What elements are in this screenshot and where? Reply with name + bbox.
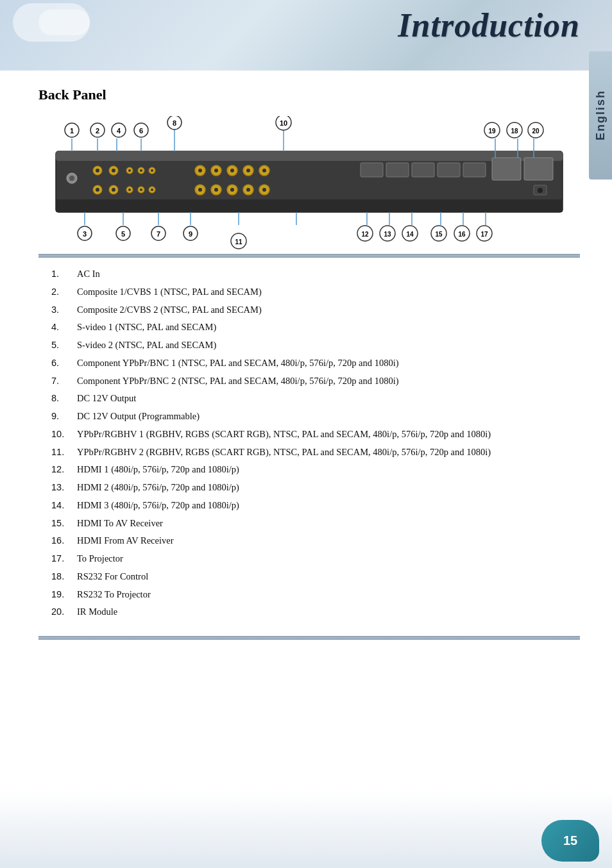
back-panel-diagram: 1 2 4 6 8 10 19 18 bbox=[46, 116, 572, 251]
divider-top bbox=[38, 254, 580, 258]
list-item-text: RS232 For Control bbox=[77, 570, 567, 584]
svg-point-6 bbox=[96, 169, 99, 172]
content-inner: Back Panel bbox=[0, 71, 612, 656]
svg-text:3: 3 bbox=[83, 230, 87, 238]
list-item-number: 18. bbox=[51, 570, 77, 584]
svg-point-42 bbox=[246, 188, 250, 192]
list-item-number: 16. bbox=[51, 534, 77, 548]
list-item-text: RS232 To Projector bbox=[77, 588, 567, 602]
list-item: 20.IR Module bbox=[51, 605, 567, 619]
bottom-area: 15 bbox=[0, 791, 612, 868]
list-item-number: 10. bbox=[51, 428, 77, 442]
page-title: Introduction bbox=[398, 6, 580, 44]
list-item-number: 6. bbox=[51, 356, 77, 371]
svg-text:16: 16 bbox=[458, 231, 466, 238]
svg-point-12 bbox=[140, 169, 142, 172]
svg-text:4: 4 bbox=[117, 127, 121, 135]
svg-text:6: 6 bbox=[139, 127, 143, 135]
svg-point-8 bbox=[112, 169, 115, 172]
list-item: 15.HDMI To AV Receiver bbox=[51, 517, 567, 531]
list-item-text: YPbPr/RGBHV 1 (RGBHV, RGBS (SCART RGB), … bbox=[77, 428, 567, 442]
svg-text:1: 1 bbox=[70, 127, 74, 135]
svg-point-32 bbox=[246, 169, 250, 172]
list-item: 14.HDMI 3 (480i/p, 576i/p, 720p and 1080… bbox=[51, 499, 567, 513]
svg-point-30 bbox=[230, 169, 234, 172]
list-item: 6.Component YPbPr/BNC 1 (NTSC, PAL and S… bbox=[51, 356, 567, 371]
list-item-number: 4. bbox=[51, 321, 77, 335]
list-item-number: 11. bbox=[51, 446, 77, 460]
svg-text:13: 13 bbox=[384, 231, 391, 238]
svg-rect-48 bbox=[438, 163, 460, 177]
cloud-decoration-2 bbox=[38, 10, 90, 35]
list-item-text: Component YPbPr/BNC 2 (NTSC, PAL and SEC… bbox=[77, 374, 567, 388]
list-item-text: Component YPbPr/BNC 1 (NTSC, PAL and SEC… bbox=[77, 356, 567, 371]
svg-point-40 bbox=[230, 188, 234, 192]
list-item-text: HDMI 2 (480i/p, 576i/p, 720p and 1080i/p… bbox=[77, 481, 567, 495]
items-list: 1.AC In2.Composite 1/CVBS 1 (NTSC, PAL a… bbox=[38, 261, 580, 630]
list-item-text: HDMI 1 (480i/p, 576i/p, 720p and 1080i/p… bbox=[77, 463, 567, 477]
svg-rect-47 bbox=[412, 163, 434, 177]
list-item-text: AC In bbox=[77, 267, 567, 281]
svg-rect-45 bbox=[361, 163, 383, 177]
list-item-text: DC 12V Output bbox=[77, 392, 567, 406]
svg-point-44 bbox=[262, 188, 266, 192]
section-heading: Back Panel bbox=[38, 87, 580, 103]
language-label: English bbox=[594, 90, 608, 140]
list-item: 2.Composite 1/CVBS 1 (NTSC, PAL and SECA… bbox=[51, 285, 567, 299]
list-item-number: 20. bbox=[51, 605, 77, 619]
list-item-number: 19. bbox=[51, 588, 77, 602]
list-item-number: 3. bbox=[51, 303, 77, 317]
svg-text:19: 19 bbox=[488, 128, 496, 135]
list-item: 11.YPbPr/RGBHV 2 (RGBHV, RGBS (SCART RGB… bbox=[51, 446, 567, 460]
list-item-text: HDMI 3 (480i/p, 576i/p, 720p and 1080i/p… bbox=[77, 499, 567, 513]
list-item: 17.To Projector bbox=[51, 552, 567, 566]
svg-rect-50 bbox=[492, 158, 521, 180]
svg-point-38 bbox=[214, 188, 218, 192]
divider-bottom bbox=[38, 636, 580, 640]
svg-point-28 bbox=[214, 169, 218, 172]
list-item-number: 14. bbox=[51, 499, 77, 513]
svg-point-20 bbox=[128, 188, 131, 191]
svg-point-36 bbox=[198, 188, 202, 192]
list-item: 4.S-video 1 (NTSC, PAL and SECAM) bbox=[51, 321, 567, 335]
list-item: 3.Composite 2/CVBS 2 (NTSC, PAL and SECA… bbox=[51, 303, 567, 317]
list-item-text: S-video 1 (NTSC, PAL and SECAM) bbox=[77, 321, 567, 335]
svg-rect-2 bbox=[56, 199, 563, 212]
list-item-number: 8. bbox=[51, 392, 77, 406]
list-item-number: 17. bbox=[51, 552, 77, 566]
svg-text:11: 11 bbox=[235, 238, 242, 246]
svg-text:18: 18 bbox=[511, 128, 518, 135]
svg-rect-1 bbox=[56, 151, 563, 161]
page-number: 15 bbox=[563, 833, 577, 848]
list-item: 10.YPbPr/RGBHV 1 (RGBHV, RGBS (SCART RGB… bbox=[51, 428, 567, 442]
list-item: 5.S-video 2 (NTSC, PAL and SECAM) bbox=[51, 338, 567, 353]
list-item-number: 2. bbox=[51, 285, 77, 299]
svg-point-14 bbox=[151, 169, 153, 172]
svg-rect-51 bbox=[524, 158, 553, 180]
list-item-text: DC 12V Output (Programmable) bbox=[77, 410, 567, 424]
svg-point-18 bbox=[112, 188, 115, 192]
svg-text:20: 20 bbox=[532, 128, 540, 135]
svg-point-4 bbox=[69, 176, 74, 181]
main-content: Back Panel bbox=[0, 71, 612, 868]
svg-point-10 bbox=[128, 169, 131, 172]
list-item-number: 7. bbox=[51, 374, 77, 388]
list-item-text: IR Module bbox=[77, 605, 567, 619]
svg-rect-46 bbox=[386, 163, 409, 177]
svg-text:2: 2 bbox=[96, 127, 99, 135]
svg-text:9: 9 bbox=[189, 230, 192, 238]
svg-text:7: 7 bbox=[157, 230, 160, 238]
language-tab: English bbox=[589, 51, 612, 179]
list-item: 13.HDMI 2 (480i/p, 576i/p, 720p and 1080… bbox=[51, 481, 567, 495]
svg-point-22 bbox=[140, 188, 142, 191]
list-item: 12.HDMI 1 (480i/p, 576i/p, 720p and 1080… bbox=[51, 463, 567, 477]
svg-point-24 bbox=[151, 188, 153, 191]
svg-rect-49 bbox=[463, 163, 486, 177]
list-item: 16.HDMI From AV Receiver bbox=[51, 534, 567, 548]
list-item: 18.RS232 For Control bbox=[51, 570, 567, 584]
svg-text:12: 12 bbox=[361, 231, 369, 238]
list-item-text: Composite 2/CVBS 2 (NTSC, PAL and SECAM) bbox=[77, 303, 567, 317]
list-item: 8.DC 12V Output bbox=[51, 392, 567, 406]
list-item-text: HDMI To AV Receiver bbox=[77, 517, 567, 531]
page-title-area: Introduction bbox=[398, 6, 580, 44]
